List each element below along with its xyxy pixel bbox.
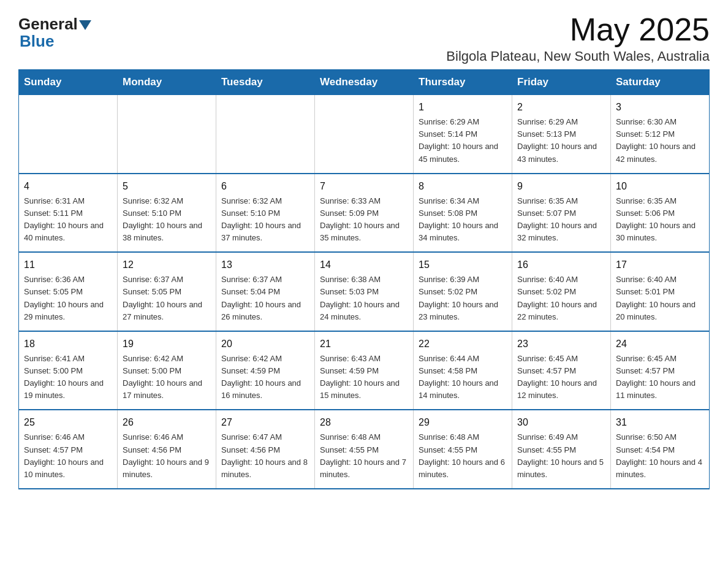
day-info: Sunrise: 6:40 AMSunset: 5:02 PMDaylight:…	[517, 274, 605, 323]
calendar-cell: 28Sunrise: 6:48 AMSunset: 4:55 PMDayligh…	[315, 410, 414, 489]
day-info: Sunrise: 6:39 AMSunset: 5:02 PMDaylight:…	[419, 274, 507, 323]
calendar-cell: 5Sunrise: 6:32 AMSunset: 5:10 PMDaylight…	[118, 174, 216, 253]
calendar-cell: 3Sunrise: 6:30 AMSunset: 5:12 PMDaylight…	[611, 95, 710, 174]
day-number: 11	[24, 258, 112, 272]
day-number: 19	[123, 337, 211, 351]
day-number: 1	[419, 100, 507, 115]
day-info: Sunrise: 6:49 AMSunset: 4:55 PMDaylight:…	[517, 431, 605, 481]
calendar-cell: 2Sunrise: 6:29 AMSunset: 5:13 PMDaylight…	[512, 95, 611, 174]
calendar-cell: 1Sunrise: 6:29 AMSunset: 5:14 PMDaylight…	[414, 95, 512, 174]
day-number: 7	[320, 179, 408, 194]
calendar-week-row: 1Sunrise: 6:29 AMSunset: 5:14 PMDaylight…	[19, 95, 710, 174]
day-info: Sunrise: 6:29 AMSunset: 5:13 PMDaylight:…	[517, 116, 605, 166]
calendar-week-row: 11Sunrise: 6:36 AMSunset: 5:05 PMDayligh…	[19, 252, 710, 331]
calendar-cell: 29Sunrise: 6:48 AMSunset: 4:55 PMDayligh…	[414, 410, 512, 489]
day-number: 9	[517, 179, 605, 194]
calendar-cell: 18Sunrise: 6:41 AMSunset: 5:00 PMDayligh…	[19, 331, 118, 410]
day-number: 20	[221, 337, 309, 351]
calendar-cell: 26Sunrise: 6:46 AMSunset: 4:56 PMDayligh…	[118, 410, 216, 489]
calendar-cell: 27Sunrise: 6:47 AMSunset: 4:56 PMDayligh…	[216, 410, 315, 489]
day-info: Sunrise: 6:46 AMSunset: 4:57 PMDaylight:…	[24, 431, 112, 481]
day-number: 25	[24, 415, 112, 430]
logo-triangle-icon	[79, 20, 91, 30]
day-number: 21	[320, 337, 408, 351]
day-info: Sunrise: 6:32 AMSunset: 5:10 PMDaylight:…	[221, 195, 309, 245]
calendar-cell: 15Sunrise: 6:39 AMSunset: 5:02 PMDayligh…	[414, 252, 512, 331]
day-number: 28	[320, 415, 408, 430]
location-subtitle: Bilgola Plateau, New South Wales, Austra…	[446, 48, 710, 64]
day-info: Sunrise: 6:50 AMSunset: 4:54 PMDaylight:…	[616, 431, 704, 481]
calendar-cell: 6Sunrise: 6:32 AMSunset: 5:10 PMDaylight…	[216, 174, 315, 253]
day-info: Sunrise: 6:31 AMSunset: 5:11 PMDaylight:…	[24, 195, 112, 245]
calendar-cell	[118, 95, 216, 174]
calendar-cell: 25Sunrise: 6:46 AMSunset: 4:57 PMDayligh…	[19, 410, 118, 489]
day-info: Sunrise: 6:29 AMSunset: 5:14 PMDaylight:…	[419, 116, 507, 166]
day-number: 26	[123, 415, 211, 430]
day-number: 18	[24, 337, 112, 351]
calendar-cell: 21Sunrise: 6:43 AMSunset: 4:59 PMDayligh…	[315, 331, 414, 410]
day-number: 23	[517, 337, 605, 351]
calendar-cell: 30Sunrise: 6:49 AMSunset: 4:55 PMDayligh…	[512, 410, 611, 489]
day-info: Sunrise: 6:48 AMSunset: 4:55 PMDaylight:…	[419, 431, 507, 481]
calendar-cell: 12Sunrise: 6:37 AMSunset: 5:05 PMDayligh…	[118, 252, 216, 331]
day-info: Sunrise: 6:32 AMSunset: 5:10 PMDaylight:…	[123, 195, 211, 245]
page-header: General Blue May 2025 Bilgola Plateau, N…	[18, 12, 710, 64]
day-info: Sunrise: 6:43 AMSunset: 4:59 PMDaylight:…	[320, 353, 408, 402]
day-number: 17	[616, 258, 704, 272]
calendar-table: SundayMondayTuesdayWednesdayThursdayFrid…	[18, 69, 710, 489]
day-number: 29	[419, 415, 507, 430]
day-info: Sunrise: 6:48 AMSunset: 4:55 PMDaylight:…	[320, 431, 408, 481]
calendar-header-row: SundayMondayTuesdayWednesdayThursdayFrid…	[19, 70, 710, 95]
day-number: 14	[320, 258, 408, 272]
calendar-header-thursday: Thursday	[414, 70, 512, 95]
calendar-cell: 22Sunrise: 6:44 AMSunset: 4:58 PMDayligh…	[414, 331, 512, 410]
calendar-cell: 17Sunrise: 6:40 AMSunset: 5:01 PMDayligh…	[611, 252, 710, 331]
day-number: 4	[24, 179, 112, 194]
day-info: Sunrise: 6:35 AMSunset: 5:07 PMDaylight:…	[517, 195, 605, 245]
calendar-cell: 31Sunrise: 6:50 AMSunset: 4:54 PMDayligh…	[611, 410, 710, 489]
calendar-cell: 7Sunrise: 6:33 AMSunset: 5:09 PMDaylight…	[315, 174, 414, 253]
day-info: Sunrise: 6:30 AMSunset: 5:12 PMDaylight:…	[616, 116, 704, 166]
calendar-cell	[19, 95, 118, 174]
day-info: Sunrise: 6:44 AMSunset: 4:58 PMDaylight:…	[419, 353, 507, 402]
day-number: 27	[221, 415, 309, 430]
day-info: Sunrise: 6:34 AMSunset: 5:08 PMDaylight:…	[419, 195, 507, 245]
day-number: 6	[221, 179, 309, 194]
day-info: Sunrise: 6:40 AMSunset: 5:01 PMDaylight:…	[616, 274, 704, 323]
calendar-cell: 8Sunrise: 6:34 AMSunset: 5:08 PMDaylight…	[414, 174, 512, 253]
logo-general-text: General	[18, 16, 78, 32]
day-number: 22	[419, 337, 507, 351]
calendar-cell: 13Sunrise: 6:37 AMSunset: 5:04 PMDayligh…	[216, 252, 315, 331]
calendar-week-row: 25Sunrise: 6:46 AMSunset: 4:57 PMDayligh…	[19, 410, 710, 489]
day-number: 24	[616, 337, 704, 351]
day-number: 13	[221, 258, 309, 272]
calendar-header-tuesday: Tuesday	[216, 70, 315, 95]
title-section: May 2025 Bilgola Plateau, New South Wale…	[446, 12, 710, 64]
calendar-cell: 20Sunrise: 6:42 AMSunset: 4:59 PMDayligh…	[216, 331, 315, 410]
day-number: 12	[123, 258, 211, 272]
calendar-header-sunday: Sunday	[19, 70, 118, 95]
day-number: 5	[123, 179, 211, 194]
calendar-header-saturday: Saturday	[611, 70, 710, 95]
calendar-cell: 19Sunrise: 6:42 AMSunset: 5:00 PMDayligh…	[118, 331, 216, 410]
day-info: Sunrise: 6:37 AMSunset: 5:05 PMDaylight:…	[123, 274, 211, 323]
calendar-header-monday: Monday	[118, 70, 216, 95]
day-number: 30	[517, 415, 605, 430]
day-number: 10	[616, 179, 704, 194]
day-info: Sunrise: 6:37 AMSunset: 5:04 PMDaylight:…	[221, 274, 309, 323]
calendar-cell: 4Sunrise: 6:31 AMSunset: 5:11 PMDaylight…	[19, 174, 118, 253]
day-info: Sunrise: 6:35 AMSunset: 5:06 PMDaylight:…	[616, 195, 704, 245]
logo-blue-text: Blue	[20, 32, 54, 50]
day-number: 8	[419, 179, 507, 194]
day-number: 2	[517, 100, 605, 115]
day-info: Sunrise: 6:36 AMSunset: 5:05 PMDaylight:…	[24, 274, 112, 323]
calendar-cell	[216, 95, 315, 174]
day-info: Sunrise: 6:42 AMSunset: 5:00 PMDaylight:…	[123, 353, 211, 402]
day-info: Sunrise: 6:41 AMSunset: 5:00 PMDaylight:…	[24, 353, 112, 402]
calendar-week-row: 18Sunrise: 6:41 AMSunset: 5:00 PMDayligh…	[19, 331, 710, 410]
calendar-cell: 9Sunrise: 6:35 AMSunset: 5:07 PMDaylight…	[512, 174, 611, 253]
day-info: Sunrise: 6:42 AMSunset: 4:59 PMDaylight:…	[221, 353, 309, 402]
logo: General Blue	[18, 12, 93, 51]
day-number: 16	[517, 258, 605, 272]
day-number: 15	[419, 258, 507, 272]
